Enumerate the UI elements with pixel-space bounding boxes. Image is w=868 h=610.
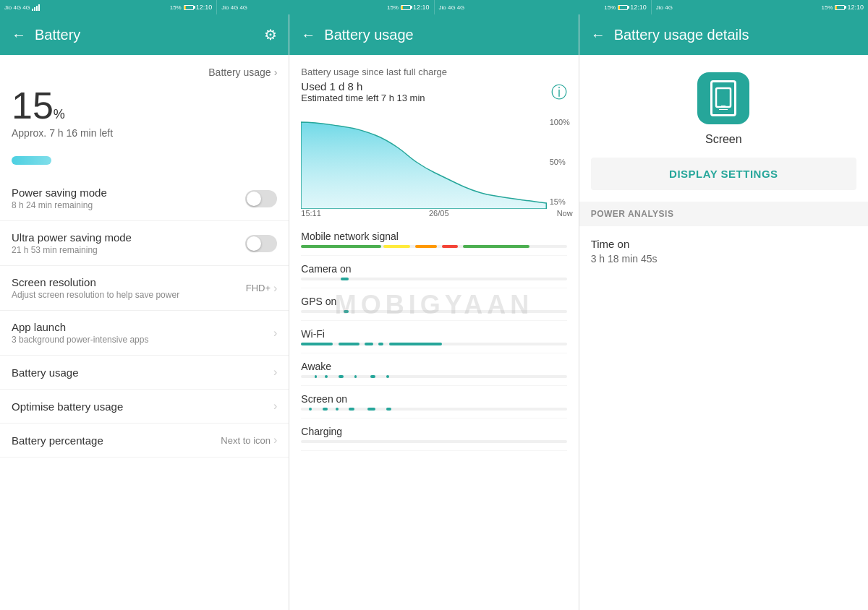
power-time-on-label: Time on [591, 238, 856, 250]
awake-bar-6 [386, 375, 389, 378]
carrier-1: Jio 4G [4, 4, 21, 11]
battery-settings-icon[interactable]: ⚙ [264, 26, 277, 43]
mobile-bar-3 [415, 245, 436, 248]
settings-item-screen-res[interactable]: Screen resolution Adjust screen resoluti… [0, 266, 289, 311]
settings-item-app-launch-content: App launch 3 background power-intensive … [12, 321, 273, 345]
power-detail: Time on 3 h 18 min 45s [579, 226, 868, 276]
settings-item-power-saving-subtitle: 8 h 24 min remaining [12, 200, 245, 210]
status-right-3: 15% 12:10 [604, 4, 647, 11]
usage-row-wifi-title: Wi-Fi [301, 328, 566, 340]
battery-settings-list: Power saving mode 8 h 24 min remaining U… [0, 176, 289, 458]
battery-header: ← Battery ⚙ [0, 14, 289, 55]
usage-row-camera-title: Camera on [301, 263, 566, 275]
battery-content: Battery usage › 15% Approx. 7 h 16 min l… [0, 55, 289, 610]
carrier-4: Jio 4G [656, 4, 673, 11]
usage-row-gps-title: GPS on [301, 296, 566, 307]
settings-item-optimise[interactable]: Optimise battery usage › [0, 390, 289, 424]
screen-icon-inner [710, 80, 736, 116]
settings-item-battery-pct-title: Battery percentage [12, 434, 221, 447]
battery-pct-2: 15% [387, 4, 399, 11]
battery-bar-container [0, 150, 289, 176]
status-left-3: Jio 4G 4G [439, 4, 465, 11]
battery-details-back-button[interactable]: ← [591, 27, 605, 43]
screenon-bar-1 [309, 408, 312, 411]
settings-item-battery-pct[interactable]: Battery percentage Next to icon › [0, 424, 289, 458]
screenon-bar-6 [386, 408, 391, 411]
usage-row-screenon-bar [301, 408, 566, 411]
settings-item-optimise-title: Optimise battery usage [12, 400, 273, 413]
mobile-bar-5 [463, 245, 529, 248]
y-label-100: 100% [550, 118, 573, 126]
mobile-bar-2 [383, 245, 410, 248]
settings-item-ultra-power[interactable]: Ultra power saving mode 21 h 53 min rema… [0, 221, 289, 266]
camera-bar-1 [341, 278, 349, 280]
chart-x-labels: 15:11 26/05 Now [301, 209, 572, 223]
screen-icon-section: Screen [579, 55, 868, 158]
screen-res-value: FHD+ [246, 283, 271, 293]
battery-number: 15 [12, 85, 54, 126]
signal-3: 4G [457, 4, 465, 11]
battery-percent-symbol: % [54, 107, 65, 121]
awake-bar-2 [325, 375, 328, 378]
wifi-bar-3 [365, 343, 373, 345]
y-label-50: 50% [550, 158, 573, 166]
screen-icon-circle [697, 72, 749, 124]
settings-item-battery-usage-title: Battery usage [12, 366, 273, 379]
battery-back-button[interactable]: ← [12, 27, 26, 43]
usage-row-mobile: Mobile network signal [301, 223, 566, 256]
settings-item-ultra-power-subtitle: 21 h 53 min remaining [12, 245, 245, 255]
usage-row-awake-bar [301, 375, 566, 378]
panels-container: ← Battery ⚙ Battery usage › 15% Approx. … [0, 14, 868, 610]
usage-row-wifi: Wi-Fi [301, 321, 566, 353]
awake-bar-5 [370, 375, 375, 378]
bar2 [34, 7, 35, 11]
bar3 [36, 6, 38, 11]
battery-pct-3: 15% [604, 4, 616, 11]
battery-usage-back-button[interactable]: ← [301, 27, 315, 43]
status-left-2: Jio 4G 4G [221, 4, 247, 11]
status-left-4: Jio 4G [656, 4, 673, 11]
usage-row-charging-title: Charging [301, 426, 566, 437]
usage-row-camera: Camera on [301, 256, 566, 288]
settings-item-app-launch-title: App launch [12, 321, 273, 333]
time-1: 12:10 [196, 4, 213, 11]
settings-item-app-launch[interactable]: App launch 3 background power-intensive … [0, 311, 289, 356]
time-4: 12:10 [847, 4, 864, 11]
battery-usage-link[interactable]: Battery usage › [12, 66, 277, 78]
signal-2: 4G [239, 4, 247, 11]
carrier-3: Jio 4G [439, 4, 456, 11]
settings-item-power-saving-content: Power saving mode 8 h 24 min remaining [12, 186, 245, 210]
battery-chart-svg [301, 115, 546, 209]
status-right-4: 15% 12:10 [821, 4, 864, 11]
usage-row-screenon-title: Screen on [301, 393, 566, 405]
battery-usage-header: ← Battery usage [289, 14, 578, 55]
usage-row-gps: GPS on [301, 288, 566, 321]
power-analysis-section: POWER ANALYSIS [579, 202, 868, 226]
app-launch-chevron-icon: › [273, 327, 277, 340]
settings-item-power-saving-title: Power saving mode [12, 186, 245, 199]
carrier-2: Jio 4G [221, 4, 238, 11]
power-saving-toggle[interactable] [245, 190, 277, 207]
gps-bar-1 [344, 310, 349, 313]
battery-pct-4: 15% [821, 4, 833, 11]
settings-item-battery-pct-content: Battery percentage [12, 434, 221, 447]
usage-row-charging: Charging [301, 418, 566, 451]
battery-usage-link-text: Battery usage [208, 66, 271, 78]
optimise-chevron-icon: › [273, 400, 277, 413]
battery-pct-value: Next to icon [221, 435, 271, 446]
usage-row-mobile-bar [301, 245, 566, 248]
x-label-mid: 26/05 [429, 209, 449, 218]
usage-row-mobile-title: Mobile network signal [301, 231, 566, 242]
battery-details-header: ← Battery usage details [579, 14, 868, 55]
settings-item-power-saving[interactable]: Power saving mode 8 h 24 min remaining [0, 176, 289, 221]
settings-item-battery-usage[interactable]: Battery usage › [0, 356, 289, 390]
battery-usage-chevron-icon: › [274, 66, 278, 78]
y-label-15: 15% [550, 197, 573, 206]
usage-row-camera-bar [301, 278, 566, 280]
ultra-power-toggle[interactable] [245, 235, 277, 252]
info-icon[interactable]: ⓘ [551, 82, 567, 103]
battery-usage-item-chevron-icon: › [273, 366, 277, 379]
battery-percentage-section: Battery usage › 15% Approx. 7 h 16 min l… [0, 55, 289, 150]
battery-usage-title: Battery usage [324, 27, 566, 43]
display-settings-button[interactable]: DISPLAY SETTINGS [591, 158, 856, 190]
